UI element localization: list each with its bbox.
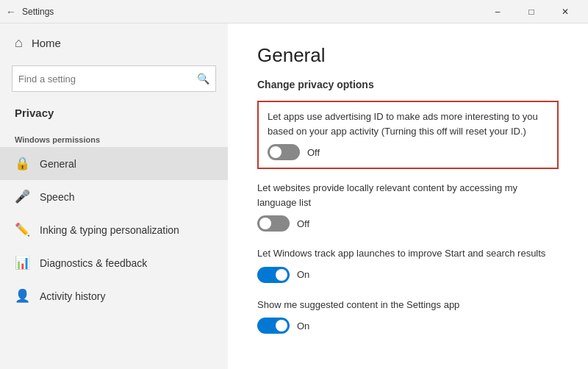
- setting-desc-suggested-content: Show me suggested content in the Setting…: [257, 298, 559, 312]
- app-body: ⌂ Home 🔍 Privacy Windows permissions 🔒 G…: [0, 24, 588, 369]
- sidebar-item-speech[interactable]: 🎤 Speech: [0, 180, 228, 213]
- sidebar-item-label-activity: Activity history: [40, 290, 105, 302]
- toggle-advertising-id[interactable]: [268, 144, 300, 160]
- toggle-thumb-suggested-content: [276, 320, 287, 332]
- toggle-row-app-launches: On: [257, 267, 559, 283]
- speech-icon: 🎤: [15, 189, 29, 204]
- toggle-thumb-language-list: [259, 218, 271, 229]
- toggle-label-language-list: Off: [297, 218, 309, 229]
- general-icon: 🔒: [15, 156, 29, 171]
- sidebar-item-activity[interactable]: 👤 Activity history: [0, 279, 228, 312]
- activity-icon: 👤: [15, 288, 29, 304]
- toggle-label-advertising-id: Off: [307, 147, 320, 158]
- maximize-button[interactable]: □: [514, 0, 548, 24]
- privacy-label: Privacy: [0, 101, 228, 126]
- diagnostics-icon: 📊: [15, 255, 29, 271]
- title-bar-title: Settings: [22, 7, 54, 17]
- search-input[interactable]: [18, 74, 197, 85]
- title-bar-left: ← Settings: [6, 6, 54, 18]
- minimize-button[interactable]: –: [481, 0, 514, 24]
- toggle-suggested-content[interactable]: [257, 318, 290, 334]
- setting-item-advertising-id: Let apps use advertising ID to make ads …: [257, 101, 559, 169]
- home-icon: ⌂: [15, 35, 23, 51]
- sidebar: ⌂ Home 🔍 Privacy Windows permissions 🔒 G…: [0, 24, 228, 369]
- content-area: General Change privacy options Let apps …: [228, 24, 588, 369]
- sidebar-item-label-speech: Speech: [40, 191, 74, 203]
- search-icon: 🔍: [197, 73, 209, 85]
- toggle-row-suggested-content: On: [257, 318, 559, 334]
- setting-item-suggested-content: Show me suggested content in the Setting…: [257, 298, 559, 334]
- sidebar-home[interactable]: ⌂ Home: [0, 24, 228, 62]
- settings-container: Let apps use advertising ID to make ads …: [257, 101, 559, 334]
- sidebar-item-diagnostics[interactable]: 📊 Diagnostics & feedback: [0, 246, 228, 279]
- sidebar-item-inking[interactable]: ✏️ Inking & typing personalization: [0, 213, 228, 246]
- toggle-row-advertising-id: Off: [268, 144, 548, 160]
- toggle-label-app-launches: On: [297, 269, 309, 280]
- sidebar-item-label-inking: Inking & typing personalization: [40, 224, 179, 236]
- back-icon[interactable]: ←: [6, 6, 16, 18]
- content-title: General: [257, 44, 559, 67]
- sidebar-item-label-general: General: [40, 158, 76, 170]
- toggle-thumb-advertising-id: [270, 146, 282, 158]
- home-label: Home: [32, 37, 61, 49]
- setting-desc-app-launches: Let Windows track app launches to improv…: [257, 246, 559, 261]
- sidebar-item-general[interactable]: 🔒 General: [0, 147, 228, 180]
- toggle-language-list[interactable]: [257, 215, 290, 232]
- search-box: 🔍: [12, 65, 216, 92]
- toggle-app-launches[interactable]: [257, 267, 290, 283]
- title-bar-controls: – □ ✕: [481, 0, 582, 24]
- setting-desc-advertising-id: Let apps use advertising ID to make ads …: [268, 110, 548, 138]
- toggle-label-suggested-content: On: [297, 320, 309, 332]
- toggle-row-language-list: Off: [257, 215, 559, 232]
- inking-icon: ✏️: [15, 222, 29, 237]
- sidebar-item-label-diagnostics: Diagnostics & feedback: [40, 257, 147, 269]
- setting-item-app-launches: Let Windows track app launches to improv…: [257, 246, 559, 283]
- setting-item-language-list: Let websites provide locally relevant co…: [257, 181, 559, 232]
- sidebar-items-container: 🔒 General 🎤 Speech ✏️ Inking & typing pe…: [0, 147, 228, 312]
- windows-permissions-label: Windows permissions: [0, 126, 228, 147]
- toggle-thumb-app-launches: [276, 269, 287, 281]
- title-bar: ← Settings – □ ✕: [0, 0, 588, 24]
- close-button[interactable]: ✕: [548, 0, 582, 24]
- section-heading: Change privacy options: [257, 79, 559, 90]
- setting-desc-language-list: Let websites provide locally relevant co…: [257, 181, 559, 209]
